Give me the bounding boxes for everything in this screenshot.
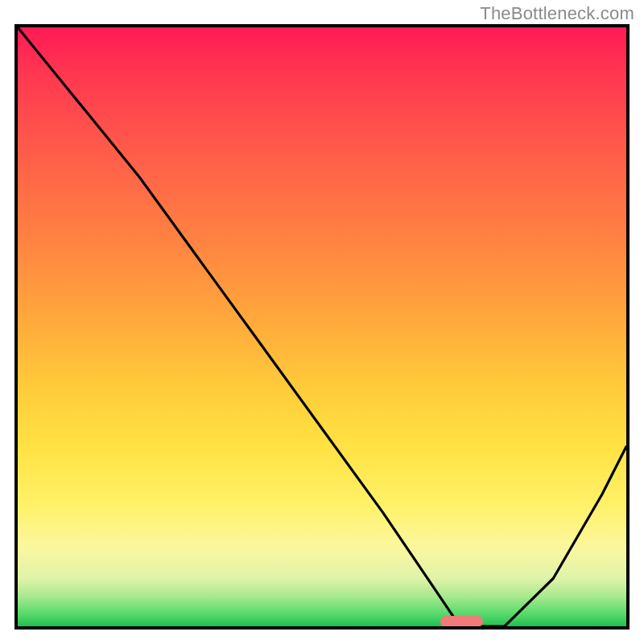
background-heat-gradient: [18, 27, 626, 626]
watermark-label: TheBottleneck.com: [480, 3, 634, 24]
optimal-marker: [440, 616, 483, 626]
plot-frame: [14, 24, 630, 630]
chart-container: TheBottleneck.com: [0, 0, 644, 644]
